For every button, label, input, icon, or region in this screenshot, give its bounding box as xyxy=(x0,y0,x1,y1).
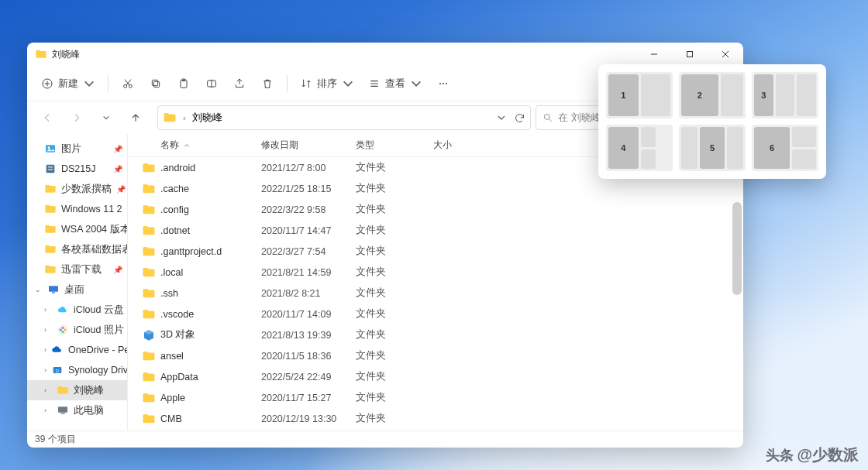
sidebar-item[interactable]: ⌄桌面 xyxy=(27,280,127,300)
snap-zone[interactable] xyxy=(727,127,743,169)
paste-button[interactable] xyxy=(170,70,197,97)
svg-rect-40 xyxy=(60,413,64,413)
sidebar-item[interactable]: 图片📌 xyxy=(27,139,127,159)
copy-icon xyxy=(150,77,162,90)
sidebar-item[interactable]: 迅雷下载📌 xyxy=(27,259,127,280)
view-button[interactable]: 查看 xyxy=(362,70,429,97)
sidebar-item[interactable]: ›OneDrive - Pe xyxy=(27,340,127,360)
sidebar-item-label: 迅雷下载 xyxy=(61,263,102,276)
sidebar-item[interactable]: ›此电脑 xyxy=(27,400,127,420)
file-name: CMB xyxy=(160,413,261,424)
sidebar-item[interactable]: 各校基础数据表📌 xyxy=(27,239,127,259)
snap-zone[interactable] xyxy=(721,74,743,116)
chevron-down-icon[interactable] xyxy=(497,113,506,122)
snap-zone[interactable] xyxy=(641,127,656,147)
sidebar-item[interactable]: WSA 2004 版本📌 xyxy=(27,219,127,239)
snap-zone[interactable] xyxy=(792,127,816,147)
sort-button[interactable]: 排序 xyxy=(294,70,360,97)
sidebar-item-label: iCloud 照片 xyxy=(74,324,124,337)
table-row[interactable]: 3D 对象2021/8/13 19:39文件夹 xyxy=(128,324,743,345)
snap-layout-3[interactable]: 3 xyxy=(752,72,818,118)
sidebar-item[interactable]: DS215J📌 xyxy=(27,159,127,179)
table-row[interactable]: .ssh2021/8/2 8:21文件夹 xyxy=(128,283,743,304)
table-row[interactable]: .ganttproject.d2022/3/27 7:54文件夹 xyxy=(128,241,743,262)
table-row[interactable]: ansel2020/11/5 18:36文件夹 xyxy=(128,345,743,366)
sidebar-item[interactable]: ›iCloud 照片 xyxy=(27,320,127,340)
cut-button[interactable] xyxy=(115,70,141,97)
trash-icon xyxy=(261,77,274,90)
svg-rect-1 xyxy=(687,52,693,57)
address-bar[interactable]: › 刘晓峰 xyxy=(157,105,531,130)
sidebar-item[interactable]: ›刘晓峰 xyxy=(27,380,127,400)
file-name: .local xyxy=(160,267,261,278)
table-row[interactable]: .config2022/3/22 9:58文件夹 xyxy=(128,199,743,220)
scrollbar-thumb[interactable] xyxy=(732,202,742,295)
file-name: ansel xyxy=(160,351,261,362)
more-button[interactable] xyxy=(430,70,456,97)
file-name: .ganttproject.d xyxy=(160,246,261,257)
snap-zone[interactable]: 5 xyxy=(700,127,725,169)
column-name[interactable]: 名称 xyxy=(160,139,261,152)
column-type[interactable]: 类型 xyxy=(356,139,433,152)
chevron-right-icon: › xyxy=(183,113,186,122)
delete-button[interactable] xyxy=(254,70,281,97)
snap-zone[interactable]: 3 xyxy=(754,74,773,116)
table-row[interactable]: .local2021/8/21 14:59文件夹 xyxy=(128,262,743,283)
file-date: 2020/12/19 13:30 xyxy=(261,413,356,424)
back-button[interactable] xyxy=(35,105,60,130)
up-button[interactable] xyxy=(123,105,148,130)
share-button[interactable] xyxy=(226,70,253,97)
snap-zone[interactable] xyxy=(641,74,671,116)
snap-zone[interactable]: 2 xyxy=(681,74,718,116)
snap-zone[interactable]: 4 xyxy=(608,127,639,169)
snap-zone[interactable] xyxy=(776,74,795,116)
column-date[interactable]: 修改日期 xyxy=(261,139,356,152)
snap-layout-6[interactable]: 6 xyxy=(752,125,818,171)
maximize-button[interactable] xyxy=(672,43,708,66)
table-row[interactable]: .cache2022/1/25 18:15文件夹 xyxy=(128,178,743,199)
snap-layout-2[interactable]: 2 xyxy=(679,72,746,118)
file-date: 2021/12/7 8:00 xyxy=(261,163,356,173)
snap-zone[interactable]: 6 xyxy=(754,127,790,169)
file-name: .cache xyxy=(160,184,261,194)
chevron-down-icon xyxy=(83,77,95,90)
sidebar-item[interactable]: Windows 11 2📌 xyxy=(27,199,127,219)
sidebar-item[interactable]: 少数派撰稿📌 xyxy=(27,179,127,199)
close-button[interactable] xyxy=(708,43,743,66)
snap-layout-4[interactable]: 4 xyxy=(606,125,673,171)
breadcrumb-current[interactable]: 刘晓峰 xyxy=(192,111,222,125)
history-dropdown[interactable] xyxy=(94,105,119,130)
sidebar-item[interactable]: ›iCloud 云盘 xyxy=(27,300,127,320)
snap-zone[interactable]: 1 xyxy=(608,74,639,116)
minimize-button[interactable] xyxy=(636,43,672,66)
column-size[interactable]: 大小 xyxy=(433,139,495,152)
file-type: 文件夹 xyxy=(356,391,433,404)
pin-icon: 📌 xyxy=(113,165,122,173)
new-button[interactable]: 新建 xyxy=(35,70,102,97)
svg-point-20 xyxy=(439,83,441,84)
refresh-icon[interactable] xyxy=(514,112,525,124)
snap-zone[interactable] xyxy=(797,74,816,116)
snap-zone[interactable] xyxy=(792,149,816,170)
copy-button[interactable] xyxy=(143,70,169,97)
scrollbar[interactable] xyxy=(732,202,742,448)
table-row[interactable]: CMB2020/12/19 13:30文件夹 xyxy=(128,408,743,429)
table-row[interactable]: .vscode2020/11/7 14:09文件夹 xyxy=(128,304,743,324)
titlebar[interactable]: 刘晓峰 xyxy=(27,43,743,66)
window-title: 刘晓峰 xyxy=(52,48,80,61)
snap-zone[interactable] xyxy=(641,149,656,170)
sidebar-item[interactable]: ›DSynology Driv xyxy=(27,360,127,380)
3d-icon xyxy=(142,328,156,342)
file-type: 文件夹 xyxy=(356,307,433,321)
table-row[interactable]: AppData2022/5/24 22:49文件夹 xyxy=(128,366,743,387)
snap-layout-1[interactable]: 1 xyxy=(606,72,673,118)
snap-layout-5[interactable]: 5 xyxy=(679,125,746,171)
table-row[interactable]: Apple2020/11/7 15:27文件夹 xyxy=(128,387,743,408)
snap-zone[interactable] xyxy=(681,127,698,169)
sidebar-item-label: DS215J xyxy=(61,163,95,174)
file-type: 文件夹 xyxy=(356,203,433,216)
forward-button[interactable] xyxy=(64,105,89,130)
folder-icon xyxy=(142,203,156,217)
rename-button[interactable] xyxy=(198,70,225,97)
table-row[interactable]: .dotnet2020/11/7 14:47文件夹 xyxy=(128,220,743,241)
